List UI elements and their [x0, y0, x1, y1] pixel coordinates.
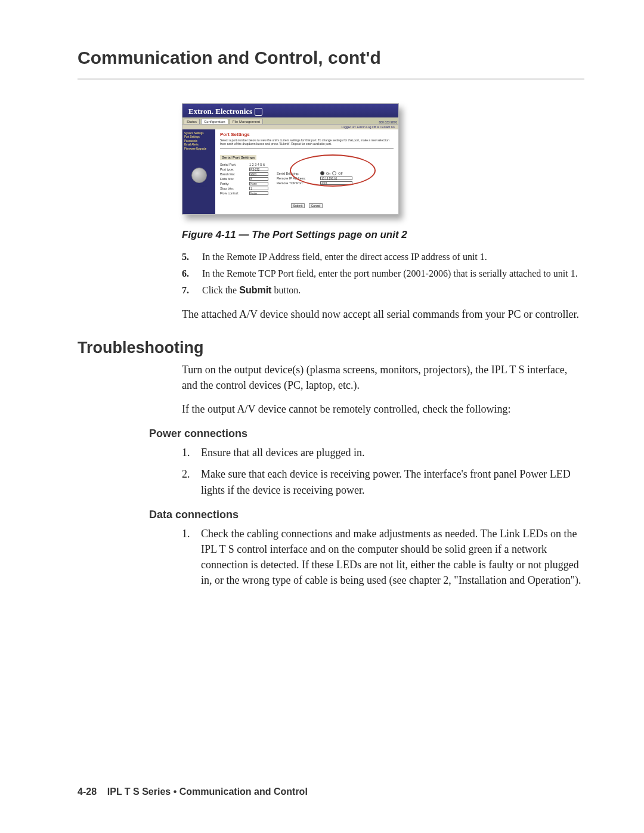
input-remote-port[interactable]: 2001: [320, 181, 352, 185]
tab-status[interactable]: Status: [184, 119, 200, 124]
troubleshooting-p2: If the output A/V device cannot be remot…: [182, 401, 584, 417]
data-1-num: 1.: [182, 526, 201, 588]
power-2-text: Make sure that each device is receiving …: [201, 466, 584, 497]
power-1-text: Ensure that all devices are plugged in.: [201, 445, 364, 460]
val-serial-port[interactable]: 1 2 3 4 5 6: [249, 163, 265, 166]
extron-logo-icon: [255, 108, 262, 116]
side-port-settings[interactable]: Port Settings: [184, 135, 213, 138]
side-email-alerts[interactable]: Email Alerts: [184, 143, 213, 146]
shot-tabs: Status Configuration File Management 800…: [182, 117, 398, 124]
after-steps-paragraph: The attached A/V device should now accep…: [78, 306, 584, 322]
shot-heading: Port Settings: [220, 132, 394, 137]
side-passwords[interactable]: Passwords: [184, 140, 213, 143]
side-firmware-upgrade[interactable]: Firmware Upgrade: [184, 147, 213, 150]
shot-header: Extron. Electronics: [182, 104, 398, 117]
step-7-number: 7.: [182, 285, 202, 296]
lbl-stopbits: Stop bits:: [220, 187, 247, 190]
data-1-text: Check the cabling connections and make a…: [201, 526, 584, 588]
sel-stopbits[interactable]: 1: [249, 187, 268, 190]
sel-port-type[interactable]: RS-232: [249, 168, 268, 171]
troubleshooting-heading: Troubleshooting: [78, 339, 584, 357]
step-7-pre: Click the: [202, 285, 239, 295]
footer-title: IPL T S Series • Communication and Contr…: [107, 786, 308, 797]
shot-status-bar: Logged on: Admin Log Off ✉ Contact Us: [182, 124, 398, 129]
radio-bridging-on[interactable]: [320, 171, 324, 175]
lbl-baud: Baud rate:: [220, 172, 247, 176]
cancel-button[interactable]: Cancel: [309, 203, 323, 208]
title-rule: [78, 79, 584, 79]
shot-sidebar: System Settings Port Settings Passwords …: [182, 129, 215, 214]
input-remote-ip[interactable]: 10.13.198.65: [320, 176, 352, 180]
troubleshooting-p1: Turn on the output device(s) (plasma scr…: [182, 362, 584, 393]
step-7-bold: Submit: [239, 285, 271, 295]
extron-round-logo-icon: [191, 168, 207, 183]
lbl-parity: Parity:: [220, 182, 247, 185]
lbl-flow: Flow control:: [220, 191, 247, 195]
sel-flow[interactable]: None: [249, 191, 268, 195]
page-title: Communication and Control, cont'd: [78, 48, 584, 68]
side-system-settings[interactable]: System Settings: [184, 132, 213, 135]
step-7-text: Click the Submit button.: [202, 285, 301, 296]
serial-port-settings-title: Serial Port Settings: [220, 155, 256, 160]
tab-info: 800.633.9876: [379, 120, 397, 124]
page-footer: 4-28 IPL T S Series • Communication and …: [78, 786, 308, 797]
lbl-remote-ip: Remote IP Address:: [277, 176, 318, 180]
lbl-port-type: Port type:: [220, 168, 247, 171]
port-settings-screenshot: Extron. Electronics Status Configuration…: [182, 103, 399, 215]
tab-file-management[interactable]: File Management: [230, 119, 263, 124]
lbl-remote-port: Remote TCP Port:: [277, 181, 318, 185]
step-5-text: In the Remote IP Address field, enter th…: [202, 252, 487, 262]
shot-intro: Select a port number below to view the u…: [220, 138, 394, 145]
sel-parity[interactable]: None: [249, 182, 268, 185]
sel-databits[interactable]: 8: [249, 177, 268, 181]
page-number: 4-28: [78, 786, 97, 797]
power-2-num: 2.: [182, 466, 201, 497]
txt-off: Off: [338, 172, 342, 175]
power-1-num: 1.: [182, 445, 201, 460]
step-5-number: 5.: [182, 252, 202, 262]
step-7-post: button.: [271, 285, 301, 295]
power-connections-heading: Power connections: [149, 428, 584, 440]
figure-caption: Figure 4-11 — The Port Settings page on …: [182, 229, 584, 241]
lbl-serial-port: Serial Port:: [220, 163, 247, 166]
shot-brand-text: Extron. Electronics: [188, 107, 252, 116]
step-6-number: 6.: [182, 268, 202, 279]
data-connections-heading: Data connections: [149, 509, 584, 521]
submit-button[interactable]: Submit: [291, 203, 305, 208]
txt-on: On: [326, 172, 330, 175]
sel-baud[interactable]: 9600: [249, 172, 268, 176]
tab-configuration[interactable]: Configuration: [201, 119, 228, 124]
step-6-text: In the Remote TCP Port field, enter the …: [202, 268, 578, 279]
lbl-bridging: Serial Bridging:: [277, 172, 318, 175]
side-url: www.extron.com: [184, 185, 213, 187]
lbl-databits: Data bits:: [220, 177, 247, 181]
radio-bridging-off[interactable]: [332, 171, 336, 175]
